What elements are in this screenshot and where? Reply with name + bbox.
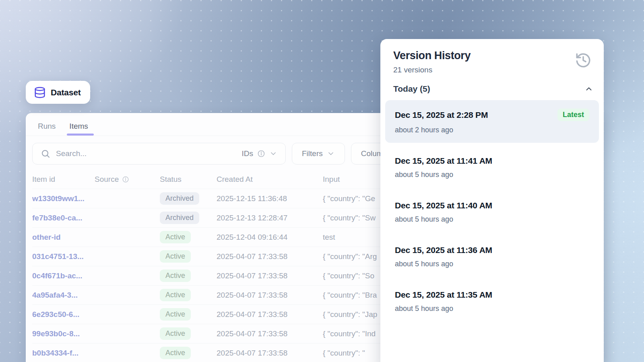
version-entry-subtitle: about 5 hours ago — [395, 260, 589, 268]
filters-label: Filters — [302, 149, 323, 158]
header-source-label: Source — [95, 175, 119, 184]
dataset-chip[interactable]: Dataset — [26, 81, 90, 104]
version-group-label: Today (5) — [393, 84, 430, 94]
database-icon — [34, 86, 46, 99]
version-entry-title: Dec 15, 2025 at 11:36 AM — [395, 245, 492, 255]
created-at-cell: 2025-12-15 11:36:48 — [217, 194, 323, 203]
version-entry-subtitle: about 5 hours ago — [395, 304, 589, 313]
version-entry[interactable]: Dec 15, 2025 at 11:35 AM about 5 hours a… — [385, 282, 599, 321]
created-at-cell: 2025-04-07 17:33:58 — [217, 349, 323, 358]
item-id-link[interactable]: 4a95afa4-3... — [32, 291, 95, 300]
version-entry[interactable]: Dec 15, 2025 at 11:41 AM about 5 hours a… — [385, 148, 599, 187]
status-badge: Active — [160, 347, 191, 359]
chevron-down-icon — [269, 150, 277, 158]
status-badge: Active — [160, 308, 191, 321]
latest-badge: Latest — [557, 109, 589, 121]
filters-button[interactable]: Filters — [292, 143, 345, 165]
chevron-down-icon — [327, 150, 335, 158]
item-id-link[interactable]: fe7b38e0-ca... — [32, 214, 95, 222]
created-at-cell: 2025-12-04 09:16:44 — [217, 233, 323, 242]
created-at-cell: 2025-04-07 17:33:58 — [217, 272, 323, 280]
created-at-cell: 2025-04-07 17:33:58 — [217, 310, 323, 319]
version-list: Dec 15, 2025 at 2:28 PM Latest about 2 h… — [385, 100, 599, 321]
version-history-title: Version History — [393, 49, 471, 62]
version-history-header: Version History 21 versions — [380, 39, 604, 74]
item-id-link[interactable]: 0c4f671b-ac... — [32, 272, 95, 280]
version-entry-title: Dec 15, 2025 at 2:28 PM — [395, 110, 488, 120]
version-entry-title: Dec 15, 2025 at 11:40 AM — [395, 201, 492, 210]
status-badge: Active — [160, 289, 191, 301]
header-status: Status — [160, 175, 217, 184]
chevron-up-icon[interactable] — [584, 84, 593, 93]
version-entry-subtitle: about 2 hours ago — [395, 126, 589, 134]
status-badge: Active — [160, 269, 191, 282]
header-created-at: Created At — [217, 175, 323, 184]
search-placeholder: Search... — [56, 149, 236, 158]
version-count: 21 versions — [393, 66, 471, 74]
version-entry-latest[interactable]: Dec 15, 2025 at 2:28 PM Latest about 2 h… — [385, 100, 599, 143]
status-badge: Active — [160, 250, 191, 263]
created-at-cell: 2025-04-07 17:33:58 — [217, 291, 323, 300]
history-icon — [575, 52, 592, 69]
version-entry-subtitle: about 5 hours ago — [395, 215, 589, 224]
item-id-link[interactable]: b0b34334-f... — [32, 349, 95, 358]
version-entry[interactable]: Dec 15, 2025 at 11:36 AM about 5 hours a… — [385, 237, 599, 277]
version-entry-title: Dec 15, 2025 at 11:41 AM — [395, 156, 492, 166]
header-item-id: Item id — [32, 175, 95, 184]
created-at-cell: 2025-04-07 17:33:58 — [217, 329, 323, 338]
item-id-link[interactable]: 6e293c50-6... — [32, 310, 95, 319]
status-badge: Archived — [160, 212, 199, 224]
version-entry-title: Dec 15, 2025 at 11:35 AM — [395, 290, 492, 300]
info-icon — [122, 176, 129, 183]
item-id-link[interactable]: 031c4751-13... — [32, 252, 95, 261]
info-icon — [257, 150, 265, 158]
created-at-cell: 2025-04-07 17:33:58 — [217, 252, 323, 261]
search-input[interactable]: Search... IDs — [32, 143, 286, 165]
item-id-link[interactable]: other-id — [32, 233, 95, 242]
ids-dropdown[interactable]: IDs — [242, 149, 278, 158]
ids-label: IDs — [242, 149, 254, 158]
status-badge: Active — [160, 231, 191, 243]
item-id-link[interactable]: w1330t9ww1... — [32, 194, 95, 203]
version-entry-subtitle: about 5 hours ago — [395, 171, 589, 179]
search-icon — [41, 149, 50, 158]
status-badge: Active — [160, 327, 191, 340]
version-history-panel: Version History 21 versions Today (5) De… — [380, 39, 604, 362]
tab-items[interactable]: Items — [68, 119, 89, 136]
header-source: Source — [95, 175, 160, 184]
tab-runs[interactable]: Runs — [37, 119, 56, 136]
item-id-link[interactable]: 99e93b0c-8... — [32, 329, 95, 338]
version-entry[interactable]: Dec 15, 2025 at 11:40 AM about 5 hours a… — [385, 192, 599, 232]
status-badge: Archived — [160, 192, 199, 205]
created-at-cell: 2025-12-13 12:28:47 — [217, 214, 323, 222]
dataset-chip-label: Dataset — [51, 88, 80, 97]
version-group-today[interactable]: Today (5) — [380, 74, 604, 100]
